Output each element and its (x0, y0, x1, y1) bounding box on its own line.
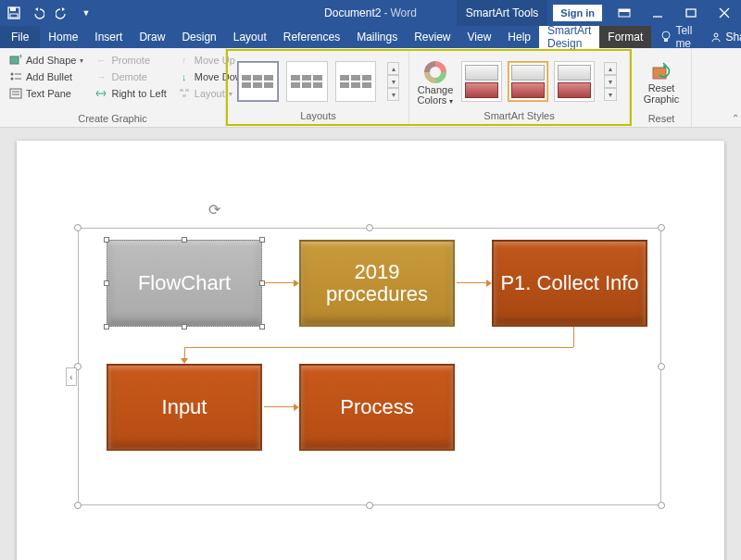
svg-rect-10 (664, 39, 668, 42)
share-button[interactable]: Share (701, 31, 741, 44)
chevron-up-icon[interactable]: ▴ (387, 62, 399, 75)
layouts-gallery-spinner[interactable]: ▴▾▾ (387, 62, 399, 101)
group-label-create-graphic: Create Graphic (4, 113, 221, 125)
text-pane-button[interactable]: Text Pane (6, 85, 87, 102)
shape-handle[interactable] (259, 280, 265, 286)
reset-graphic-button[interactable]: Reset Graphic (635, 50, 687, 113)
tab-references[interactable]: References (275, 26, 348, 48)
undo-button[interactable] (28, 3, 48, 23)
svg-rect-18 (10, 89, 21, 98)
close-button[interactable] (708, 0, 741, 26)
svg-rect-6 (686, 9, 696, 17)
gallery-expand-icon[interactable]: ▾ (387, 88, 399, 101)
resize-handle[interactable] (74, 502, 82, 509)
svg-point-14 (11, 73, 14, 76)
tab-format[interactable]: Format (599, 26, 651, 48)
page[interactable]: ⟳ ‹ FlowChart (17, 141, 724, 560)
shape-handle[interactable] (104, 237, 109, 243)
tab-file[interactable]: File (0, 26, 40, 48)
chevron-up-icon[interactable]: ▴ (604, 62, 617, 75)
smartart-node-process[interactable]: Process (299, 364, 455, 451)
ribbon-display-options-button[interactable] (608, 0, 641, 26)
style-option-3[interactable] (554, 61, 595, 102)
lightbulb-icon (660, 31, 672, 44)
contextual-tools-label: SmartArt Tools (457, 0, 547, 26)
smartart-node-flowchart[interactable]: FlowChart (107, 240, 262, 327)
promote-icon: ← (94, 54, 107, 67)
collapse-ribbon-button[interactable]: ⌃ (732, 113, 739, 123)
minimize-button[interactable] (641, 0, 674, 26)
layout-option-3[interactable] (335, 61, 377, 102)
shape-handle[interactable] (182, 237, 187, 243)
add-shape-button[interactable]: +Add Shape ▾ (6, 52, 87, 68)
shape-handle[interactable] (104, 280, 109, 286)
tab-mailings[interactable]: Mailings (348, 26, 406, 48)
maximize-button[interactable] (674, 0, 708, 26)
move-down-icon: ↓ (178, 70, 191, 83)
resize-handle[interactable] (658, 224, 665, 231)
right-to-left-icon (94, 87, 107, 100)
style-option-1[interactable] (461, 61, 502, 102)
text-pane-toggle[interactable]: ‹ (66, 367, 77, 386)
promote-button[interactable]: ←Promote (91, 52, 170, 68)
resize-handle[interactable] (658, 502, 665, 509)
svg-rect-21 (180, 89, 183, 92)
sign-in-button[interactable]: Sign in (553, 5, 602, 21)
move-up-icon: ↑ (178, 54, 191, 67)
demote-icon: → (94, 70, 107, 83)
tell-me-label: Tell me (675, 24, 692, 50)
ribbon: +Add Shape ▾ Add Bullet Text Pane ←Promo… (0, 48, 741, 128)
shape-handle[interactable] (104, 324, 109, 330)
demote-button[interactable]: →Demote (91, 68, 170, 85)
tab-insert[interactable]: Insert (86, 26, 131, 48)
group-label-reset: Reset (635, 113, 687, 125)
tab-home[interactable]: Home (40, 26, 86, 48)
document-name: Document2 (324, 6, 381, 19)
smartart-node-input[interactable]: Input (107, 364, 262, 451)
ribbon-tabs: File Home Insert Draw Design Layout Refe… (0, 26, 741, 48)
tell-me-search[interactable]: Tell me (651, 24, 701, 50)
tab-help[interactable]: Help (499, 26, 539, 48)
chevron-down-icon[interactable]: ▾ (387, 75, 399, 88)
resize-handle[interactable] (366, 502, 373, 509)
shape-handle[interactable] (259, 324, 265, 330)
save-button[interactable] (4, 3, 24, 23)
colors-icon (424, 61, 446, 83)
styles-gallery-spinner[interactable]: ▴▾▾ (604, 62, 617, 101)
chevron-down-icon[interactable]: ▾ (604, 75, 617, 88)
svg-rect-4 (619, 9, 630, 12)
tab-layout[interactable]: Layout (225, 26, 275, 48)
resize-handle[interactable] (366, 224, 373, 231)
document-area[interactable]: ⟳ ‹ FlowChart (0, 128, 741, 560)
group-label-styles: SmartArt Styles (413, 110, 625, 122)
gallery-expand-icon[interactable]: ▾ (604, 88, 617, 101)
change-colors-button[interactable]: Change Colors ▾ (413, 53, 458, 110)
tab-draw[interactable]: Draw (131, 26, 173, 48)
style-option-2[interactable] (508, 61, 548, 102)
layout-option-1[interactable] (237, 61, 279, 102)
redo-button[interactable] (52, 3, 72, 23)
svg-point-11 (714, 33, 718, 37)
tab-design[interactable]: Design (173, 26, 224, 48)
share-label: Share (725, 31, 741, 44)
smartart-node-p1-collect-info[interactable]: P1. Collect Info (492, 240, 647, 327)
resize-handle[interactable] (658, 363, 665, 370)
shape-handle[interactable] (182, 324, 187, 330)
tab-review[interactable]: Review (406, 26, 458, 48)
right-to-left-button[interactable]: Right to Left (91, 85, 170, 102)
text-pane-icon (9, 87, 22, 100)
reset-icon (650, 62, 672, 82)
svg-rect-22 (185, 89, 189, 92)
svg-point-16 (11, 78, 14, 81)
qat-customize-button[interactable]: ▼ (76, 3, 96, 23)
rotate-handle[interactable]: ⟳ (208, 201, 220, 218)
resize-handle[interactable] (74, 224, 82, 231)
smartart-node-2019-procedures[interactable]: 2019 procedures (299, 240, 455, 327)
tab-smartart-design[interactable]: SmartArt Design (539, 26, 599, 48)
app-name: Word (390, 6, 416, 19)
smartart-frame[interactable]: ⟳ ‹ FlowChart (78, 228, 661, 505)
add-bullet-button[interactable]: Add Bullet (6, 68, 87, 85)
tab-view[interactable]: View (459, 26, 500, 48)
layout-option-2[interactable] (286, 61, 328, 102)
shape-handle[interactable] (259, 237, 265, 243)
